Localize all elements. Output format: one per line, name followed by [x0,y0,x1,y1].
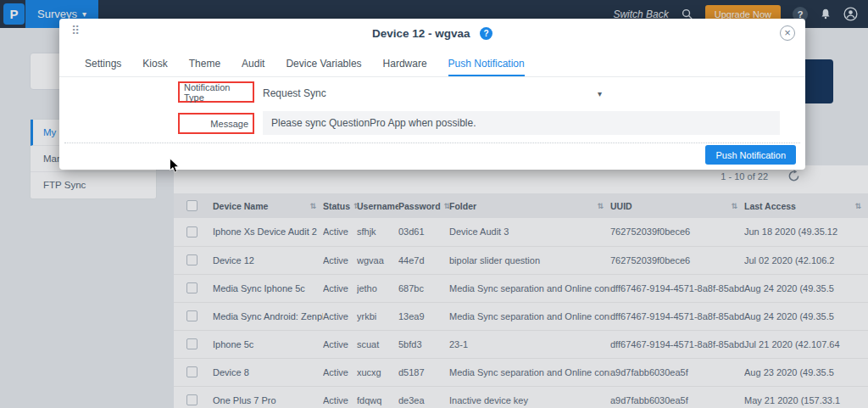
message-label: Message [210,119,248,129]
notification-type-label-highlight: Notification Type [178,81,254,103]
close-icon[interactable]: × [780,25,795,41]
footer-divider [64,143,800,143]
tab-audit[interactable]: Audit [242,53,264,76]
push-notification-button[interactable]: Push Notification [705,145,796,165]
tab-kiosk[interactable]: Kiosk [142,53,167,76]
tab-push-notification[interactable]: Push Notification [448,53,525,76]
notification-type-select[interactable]: Request Sync ▾ [263,82,602,104]
chevron-down-icon: ▾ [598,89,602,98]
page: P Surveys ▾ Switch Back Upgrade Now ? My… [0,0,868,408]
modal-title: Device 12 - wgvaa [372,27,470,40]
mouse-cursor [169,158,180,177]
tab-theme[interactable]: Theme [189,53,220,76]
modal-tabs: SettingsKioskThemeAuditDevice VariablesH… [85,53,525,76]
message-input[interactable]: Please sync QuestionPro App when possibl… [263,111,780,135]
drag-handle-icon[interactable]: ⠿ [71,24,80,37]
notification-type-value: Request Sync [263,87,326,99]
device-modal: ⠿ Device 12 - wgvaa ? × SettingsKioskThe… [59,19,805,170]
tab-hardware[interactable]: Hardware [383,53,427,76]
modal-header: Device 12 - wgvaa ? [59,19,805,46]
tab-device-variables[interactable]: Device Variables [286,53,361,76]
tab-settings[interactable]: Settings [85,53,121,76]
notification-type-label: Notification Type [184,82,248,103]
tabs-divider [59,76,805,77]
message-label-highlight: Message [178,113,254,134]
help-icon[interactable]: ? [480,27,492,40]
